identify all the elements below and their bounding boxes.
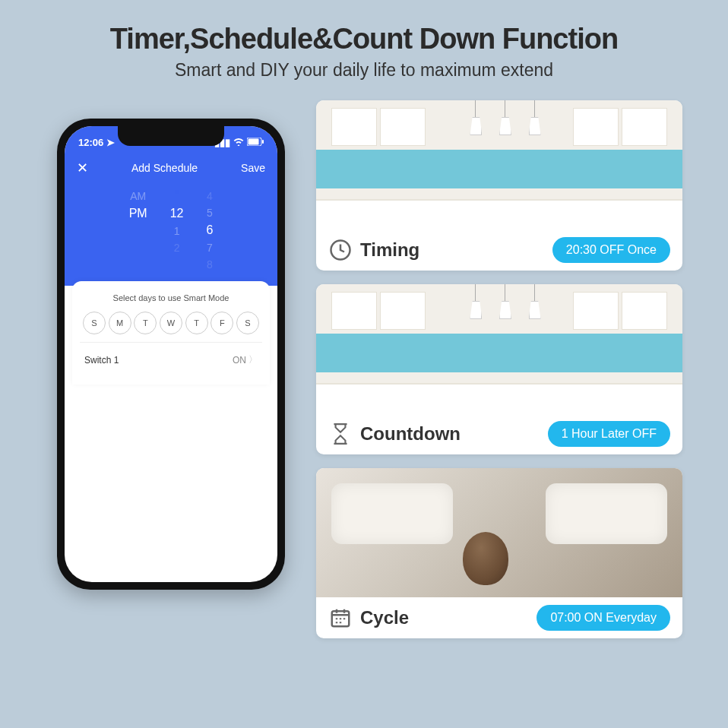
ampm-spacer	[137, 225, 140, 237]
card-image-sleep	[316, 468, 682, 597]
minute-selected[interactable]: 6	[206, 223, 213, 237]
card-footer: Cycle 07:00 ON Everyday	[316, 597, 682, 638]
panel-title: Select days to use Smart Mode	[80, 293, 262, 302]
hourglass-icon	[328, 422, 353, 446]
ampm-option[interactable]: AM	[130, 190, 146, 202]
content-row: 12:06 ➤ ▮▮▮ ✕	[0, 88, 728, 638]
clock-icon	[328, 238, 353, 262]
header-title: Add Schedule	[131, 162, 198, 174]
day-thu[interactable]: T	[185, 312, 208, 334]
time-picker[interactable]: AM PM 12 1 2 4 5 6	[77, 187, 265, 277]
wifi-icon	[233, 137, 244, 148]
day-sat[interactable]: S	[236, 312, 259, 334]
card-title: Cycle	[360, 607, 529, 628]
header: ✕ Add Schedule Save	[77, 155, 265, 187]
hour-option[interactable]: 2	[174, 242, 180, 254]
day-sun[interactable]: S	[83, 312, 106, 334]
svg-rect-1	[248, 138, 259, 144]
hour-selected[interactable]: 12	[170, 207, 184, 220]
days-panel: Select days to use Smart Mode S M T W T …	[72, 281, 270, 385]
status-time: 12:06	[78, 137, 103, 148]
notch	[118, 126, 224, 146]
day-mon[interactable]: M	[109, 312, 131, 334]
switch-state[interactable]: ON 〉	[233, 353, 258, 366]
phone-screen: 12:06 ➤ ▮▮▮ ✕	[65, 126, 277, 582]
cycle-pill[interactable]: 07:00 ON Everyday	[537, 605, 670, 631]
card-countdown: Countdown 1 Hour Later OFF	[316, 284, 682, 454]
card-footer: Timing 20:30 OFF Once	[316, 229, 682, 271]
days-row: S M T W T F S	[80, 312, 262, 334]
timing-pill[interactable]: 20:30 OFF Once	[552, 237, 670, 263]
minute-option[interactable]: 5	[207, 207, 213, 219]
day-fri[interactable]: F	[210, 312, 233, 334]
hour-option	[176, 190, 179, 202]
day-wed[interactable]: W	[160, 312, 182, 334]
chevron-right-icon: 〉	[248, 353, 258, 366]
card-title: Countdown	[360, 423, 540, 445]
hero: Timer,Schedule&Count Down Function Smart…	[0, 0, 728, 88]
right-col: Timing 20:30 OFF Once Countdown 1 Hour L…	[316, 100, 682, 638]
hour-option[interactable]: 1	[174, 225, 180, 237]
card-image-kitchen	[316, 100, 682, 229]
close-button[interactable]: ✕	[77, 160, 88, 176]
calendar-icon	[328, 606, 353, 630]
card-timing: Timing 20:30 OFF Once	[316, 100, 682, 271]
card-cycle: Cycle 07:00 ON Everyday	[316, 468, 682, 638]
phone-frame: 12:06 ➤ ▮▮▮ ✕	[57, 119, 285, 590]
location-icon: ➤	[106, 137, 115, 148]
minute-option[interactable]: 7	[207, 242, 213, 254]
hour-col[interactable]: 12 1 2	[170, 190, 184, 271]
schedule-panel: ✕ Add Schedule Save AM PM 12	[65, 152, 277, 286]
ampm-selected[interactable]: PM	[129, 207, 147, 220]
card-image-kitchen	[316, 284, 682, 413]
switch-state-text: ON	[233, 355, 246, 366]
day-tue[interactable]: T	[134, 312, 157, 334]
hero-subtitle: Smart and DIY your daily life to maximum…	[0, 60, 728, 81]
card-title: Timing	[360, 239, 545, 261]
ampm-col[interactable]: AM PM	[129, 190, 147, 271]
countdown-pill[interactable]: 1 Hour Later OFF	[548, 421, 670, 447]
minute-option[interactable]: 4	[207, 190, 213, 202]
switch-row[interactable]: Switch 1 ON 〉	[80, 342, 262, 377]
minute-option[interactable]: 8	[207, 258, 213, 271]
left-col: 12:06 ➤ ▮▮▮ ✕	[46, 100, 296, 638]
minute-col[interactable]: 4 5 6 7 8	[206, 190, 213, 271]
switch-label: Switch 1	[84, 355, 119, 366]
save-button[interactable]: Save	[241, 162, 265, 174]
hero-title: Timer,Schedule&Count Down Function	[0, 23, 728, 55]
battery-icon	[247, 137, 264, 148]
card-footer: Countdown 1 Hour Later OFF	[316, 413, 682, 454]
svg-rect-2	[262, 140, 264, 144]
